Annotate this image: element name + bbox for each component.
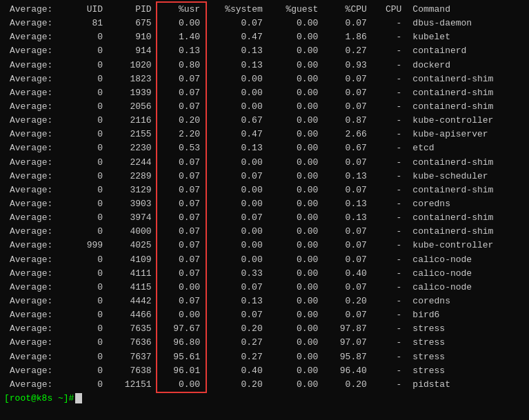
table-cell: 0.20 [206, 378, 268, 392]
table-cell: 0.00 [268, 114, 324, 128]
table-cell: 0 [74, 267, 109, 281]
table-cell: 0.07 [157, 211, 206, 225]
table-cell: 2289 [108, 170, 157, 183]
table-row: Average:022300.530.130.000.67-etcd [4, 141, 525, 155]
table-cell: - [372, 253, 408, 267]
table-cell: kube-controller [407, 114, 525, 128]
table-cell: 97.07 [323, 336, 372, 350]
table-row: Average:019390.070.000.000.07-containerd… [4, 86, 525, 100]
table-cell: 0.93 [323, 59, 372, 72]
table-cell: 0.13 [323, 211, 372, 225]
table-cell: 0.13 [157, 44, 206, 58]
table-cell: - [372, 141, 408, 155]
table-cell: 0.67 [206, 114, 268, 128]
table-cell: Average: [4, 30, 74, 44]
table-row: Average:0763597.670.200.0097.87-stress [4, 322, 525, 336]
table-cell: 0.07 [206, 308, 268, 322]
table-cell: 0 [74, 170, 109, 183]
table-cell: 0.00 [206, 72, 268, 86]
table-cell: 0.00 [268, 281, 324, 294]
table-cell: 0.40 [323, 267, 372, 281]
terminal-output: Average: UID PID %usr %system %guest %CP… [4, 3, 525, 392]
table-cell: 0 [74, 211, 109, 225]
table-cell: calico-node [407, 253, 525, 267]
table-cell: 0 [74, 253, 109, 267]
table-cell: Average: [4, 378, 74, 392]
table-cell: 0.00 [268, 156, 324, 170]
table-cell: 0.07 [206, 17, 268, 30]
table-row: Average:09101.400.470.001.86-kubelet [4, 30, 525, 44]
table-row: Average:010200.800.130.000.93-dockerd [4, 59, 525, 72]
table-row: Average:0763896.010.400.0096.40-stress [4, 364, 525, 378]
table-cell: containerd-shim [407, 183, 525, 197]
table-cell: 7635 [108, 322, 157, 336]
col-header-command: Command [407, 3, 525, 17]
table-cell: - [372, 322, 408, 336]
table-cell: Average: [4, 114, 74, 128]
table-cell: 96.80 [157, 336, 206, 350]
table-cell: 96.01 [157, 364, 206, 378]
table-row: Average:039030.070.000.000.13-coredns [4, 197, 525, 211]
table-cell: - [372, 72, 408, 86]
table-cell: 0.13 [206, 44, 268, 58]
table-cell: 2.66 [323, 128, 372, 141]
table-cell: 95.87 [323, 350, 372, 364]
table-cell: 0 [74, 44, 109, 58]
table-cell: 0.07 [323, 308, 372, 322]
table-cell: 914 [108, 44, 157, 58]
table-row: Average:0121510.000.200.000.20-pidstat [4, 378, 525, 392]
table-cell: 2155 [108, 128, 157, 141]
table-cell: 0.00 [268, 197, 324, 211]
table-cell: - [372, 364, 408, 378]
table-cell: 0 [74, 281, 109, 294]
table-cell: 0.00 [206, 225, 268, 239]
table-cell: 0 [74, 128, 109, 141]
table-cell: 0 [74, 322, 109, 336]
table-cell: 0.27 [206, 336, 268, 350]
table-cell: 0.07 [157, 170, 206, 183]
table-cell: 0.00 [268, 350, 324, 364]
table-cell: 4115 [108, 281, 157, 294]
table-cell: 0 [74, 225, 109, 239]
table-cell: 0.07 [323, 156, 372, 170]
table-cell: kubelet [407, 30, 525, 44]
table-cell: - [372, 44, 408, 58]
table-cell: 0.07 [323, 253, 372, 267]
table-cell: 7637 [108, 350, 157, 364]
table-cell: 0 [74, 86, 109, 100]
table-cell: 0 [74, 336, 109, 350]
table-cell: containerd-shim [407, 211, 525, 225]
table-cell: 0.00 [268, 59, 324, 72]
table-cell: bird6 [407, 308, 525, 322]
table-cell: 0.27 [323, 44, 372, 58]
table-cell: 0.07 [323, 17, 372, 30]
table-cell: 0.07 [157, 239, 206, 252]
table-cell: 910 [108, 30, 157, 44]
table-cell: 0.13 [206, 59, 268, 72]
table-cell: 3129 [108, 183, 157, 197]
table-row: Average:020560.070.000.000.07-containerd… [4, 100, 525, 114]
col-header-guest: %guest [268, 3, 324, 17]
table-cell: - [372, 294, 408, 308]
table-row: Average:021160.200.670.000.87-kube-contr… [4, 114, 525, 128]
table-cell: 0.40 [206, 364, 268, 378]
table-cell: Average: [4, 17, 74, 30]
table-cell: 0 [74, 72, 109, 86]
table-cell: 0.00 [157, 17, 206, 30]
table-cell: - [372, 170, 408, 183]
table-cell: 0.00 [206, 86, 268, 100]
table-cell: coredns [407, 294, 525, 308]
table-cell: - [372, 350, 408, 364]
table-cell: Average: [4, 253, 74, 267]
table-cell: 3974 [108, 211, 157, 225]
table-cell: coredns [407, 197, 525, 211]
table-cell: 96.40 [323, 364, 372, 378]
table-cell: 0.00 [268, 141, 324, 155]
table-cell: 0.07 [157, 72, 206, 86]
table-cell: dbus-daemon [407, 17, 525, 30]
table-cell: - [372, 267, 408, 281]
table-cell: 4000 [108, 225, 157, 239]
table-cell: 0.27 [206, 350, 268, 364]
table-cell: - [372, 17, 408, 30]
table-cell: 0.00 [206, 239, 268, 252]
